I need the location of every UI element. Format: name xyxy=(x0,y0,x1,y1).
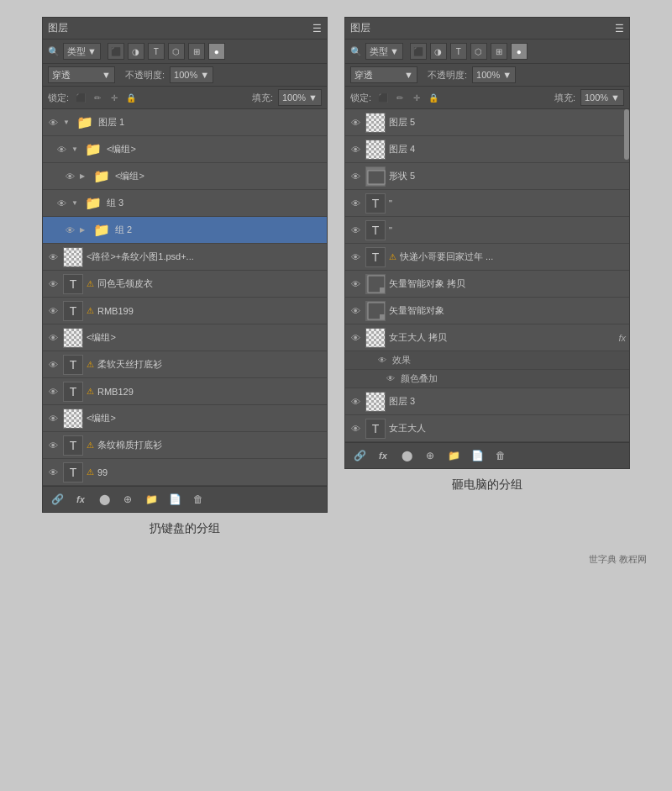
right-layer-5[interactable]: 👁 T " xyxy=(345,217,629,244)
left-eye-11[interactable]: 👁 xyxy=(46,385,60,398)
svg-rect-2 xyxy=(380,287,385,293)
right-eye-10[interactable]: 👁 xyxy=(375,354,389,367)
right-layer-9[interactable]: 👁 女王大人 拷贝 fx xyxy=(345,324,629,351)
right-panel-menu-icon[interactable]: ☰ xyxy=(615,23,624,34)
right-filter-toggle[interactable]: ● xyxy=(511,43,528,60)
left-mask-btn[interactable]: ⊕ xyxy=(118,490,137,509)
left-layer-6[interactable]: 👁 <路径>+条纹小图1.psd+... xyxy=(43,244,327,271)
right-lock-all[interactable]: 🔒 xyxy=(427,91,440,104)
left-eye-7[interactable]: 👁 xyxy=(46,277,60,291)
left-filter-text[interactable]: T xyxy=(148,43,165,60)
left-layer-1[interactable]: 👁 ▼ 📁 图层 1 xyxy=(43,109,327,136)
left-eye-3[interactable]: 👁 xyxy=(63,170,76,183)
left-panel-header: 图层 ☰ xyxy=(43,18,327,40)
left-filter-smart[interactable]: ⊞ xyxy=(188,43,205,60)
right-fill-input[interactable]: 100% ▼ xyxy=(580,89,624,106)
left-layer-5[interactable]: 👁 ▶ 📁 组 2 xyxy=(43,217,327,244)
left-eye-6[interactable]: 👁 xyxy=(46,250,60,264)
right-opacity-input[interactable]: 100% ▼ xyxy=(472,66,516,83)
right-eye-13[interactable]: 👁 xyxy=(349,422,362,435)
left-layer-14[interactable]: 👁 T ⚠ 99 xyxy=(43,459,327,486)
right-link-btn[interactable]: 🔗 xyxy=(350,446,369,465)
left-eye-2[interactable]: 👁 xyxy=(55,143,68,156)
left-eye-12[interactable]: 👁 xyxy=(46,412,60,425)
left-circle-btn[interactable]: ⬤ xyxy=(95,490,113,509)
right-eye-6[interactable]: 👁 xyxy=(349,250,362,264)
right-eye-11[interactable]: 👁 xyxy=(384,372,397,386)
left-blend-dropdown[interactable]: 穿透 ▼ xyxy=(48,66,115,83)
right-eye-1[interactable]: 👁 xyxy=(349,116,362,129)
left-opacity-input[interactable]: 100% ▼ xyxy=(170,66,213,83)
right-type-dropdown[interactable]: 类型 ▼ xyxy=(365,43,403,60)
right-filter-smart[interactable]: ⊞ xyxy=(491,43,507,60)
left-folder-btn[interactable]: 📁 xyxy=(142,490,160,509)
right-circle-btn[interactable]: ⬤ xyxy=(397,446,416,465)
right-trash-btn[interactable]: 🗑 xyxy=(491,446,510,465)
left-lock-brush[interactable]: ✏ xyxy=(91,91,104,104)
right-layer-6[interactable]: 👁 T ⚠ 快递小哥要回家过年 ... xyxy=(345,244,629,271)
right-layer-2[interactable]: 👁 图层 4 xyxy=(345,136,629,163)
left-type-dropdown[interactable]: 类型 ▼ xyxy=(63,43,101,60)
left-layer-11[interactable]: 👁 T ⚠ RMB129 xyxy=(43,378,327,405)
left-eye-10[interactable]: 👁 xyxy=(46,358,60,372)
right-eye-7[interactable]: 👁 xyxy=(349,277,362,291)
left-layer-2[interactable]: 👁 ▼ 📁 <编组> xyxy=(43,136,327,163)
left-layer-8[interactable]: 👁 T ⚠ RMB199 xyxy=(43,298,327,324)
left-eye-8[interactable]: 👁 xyxy=(46,304,60,318)
right-layer-1[interactable]: 👁 图层 5 xyxy=(345,109,629,136)
right-eye-5[interactable]: 👁 xyxy=(349,224,362,237)
left-filter-toggle[interactable]: ● xyxy=(208,43,225,60)
right-blend-dropdown[interactable]: 穿透 ▼ xyxy=(350,66,417,83)
right-layer-7[interactable]: 👁 矢量智能对象 拷贝 xyxy=(345,271,629,298)
left-layer-13[interactable]: 👁 T ⚠ 条纹棉质打底衫 xyxy=(43,432,327,459)
right-filter-pixel[interactable]: ⬛ xyxy=(410,43,427,60)
right-layer-8[interactable]: 👁 矢量智能对象 xyxy=(345,298,629,324)
left-eye-4[interactable]: 👁 xyxy=(55,197,68,210)
right-eye-9[interactable]: 👁 xyxy=(349,331,362,345)
left-lock-move[interactable]: ✛ xyxy=(108,91,121,104)
left-layer-4[interactable]: 👁 ▼ 📁 组 3 xyxy=(43,190,327,217)
right-layer-13[interactable]: 👁 T 女王大人 xyxy=(345,415,629,442)
left-layer-10[interactable]: 👁 T ⚠ 柔软天丝打底衫 xyxy=(43,351,327,378)
left-eye-14[interactable]: 👁 xyxy=(46,466,60,479)
left-layer-7[interactable]: 👁 T ⚠ 同色毛领皮衣 xyxy=(43,271,327,298)
left-link-btn[interactable]: 🔗 xyxy=(48,490,66,509)
right-eye-8[interactable]: 👁 xyxy=(349,304,362,318)
left-lock-pixels[interactable]: ⬛ xyxy=(74,91,87,104)
left-trash-btn[interactable]: 🗑 xyxy=(189,490,207,509)
right-lock-pixels[interactable]: ⬛ xyxy=(376,91,390,104)
right-lock-brush[interactable]: ✏ xyxy=(393,91,407,104)
left-eye-5[interactable]: 👁 xyxy=(63,224,76,237)
left-fill-input[interactable]: 100% ▼ xyxy=(278,89,322,106)
left-eye-1[interactable]: 👁 xyxy=(46,116,60,129)
left-eye-13[interactable]: 👁 xyxy=(46,439,60,452)
right-note-btn[interactable]: 📄 xyxy=(468,446,486,465)
right-folder-btn[interactable]: 📁 xyxy=(444,446,463,465)
right-filter-adj[interactable]: ◑ xyxy=(430,43,447,60)
right-eye-12[interactable]: 👁 xyxy=(349,395,362,409)
left-filter-shape[interactable]: ⬡ xyxy=(168,43,185,60)
left-filter-adj[interactable]: ◑ xyxy=(128,43,144,60)
left-layer-3[interactable]: 👁 ▶ 📁 <编组> xyxy=(43,163,327,190)
right-lock-move[interactable]: ✛ xyxy=(410,91,423,104)
left-lock-all[interactable]: 🔒 xyxy=(124,91,138,104)
left-panel-menu-icon[interactable]: ☰ xyxy=(312,23,322,34)
left-note-btn[interactable]: 📄 xyxy=(165,490,184,509)
right-layer-3[interactable]: 👁 形状 5 xyxy=(345,163,629,190)
right-eye-2[interactable]: 👁 xyxy=(349,143,362,156)
left-layer-9[interactable]: 👁 <编组> xyxy=(43,324,327,351)
right-filter-shape[interactable]: ⬡ xyxy=(470,43,487,60)
left-eye-9[interactable]: 👁 xyxy=(46,331,60,345)
right-scrollbar[interactable] xyxy=(624,109,629,160)
left-layer-12[interactable]: 👁 <编组> xyxy=(43,405,327,432)
left-fx-btn[interactable]: fx xyxy=(71,490,90,509)
left-filter-pixel[interactable]: ⬛ xyxy=(108,43,124,60)
right-eye-3[interactable]: 👁 xyxy=(349,170,362,183)
right-layer-4[interactable]: 👁 T " xyxy=(345,190,629,217)
right-mask-btn[interactable]: ⊕ xyxy=(421,446,439,465)
right-thumb-13: T xyxy=(365,419,386,439)
right-filter-text[interactable]: T xyxy=(450,43,467,60)
right-fx-btn[interactable]: fx xyxy=(374,446,392,465)
right-eye-4[interactable]: 👁 xyxy=(349,197,362,210)
right-layer-12[interactable]: 👁 图层 3 xyxy=(345,388,629,415)
